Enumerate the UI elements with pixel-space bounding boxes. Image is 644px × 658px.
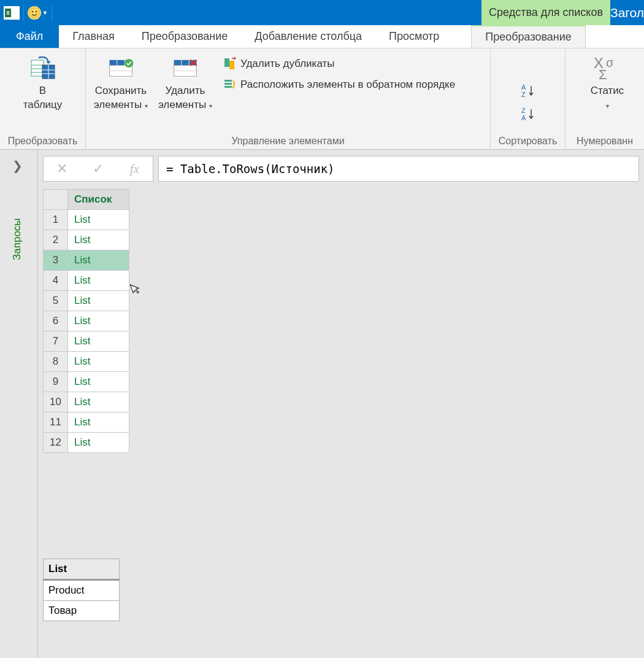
cell-value[interactable]: List bbox=[68, 291, 129, 311]
preview-row: Product bbox=[44, 580, 120, 601]
table-row[interactable]: 1List bbox=[44, 210, 129, 230]
row-number[interactable]: 2 bbox=[44, 230, 68, 250]
chevron-down-icon: ▾ bbox=[606, 103, 609, 109]
svg-point-16 bbox=[125, 59, 133, 68]
excel-icon: x bbox=[4, 6, 20, 20]
reverse-icon bbox=[223, 78, 237, 91]
tab-view[interactable]: Просмотр bbox=[375, 25, 453, 48]
remove-dup-label: Удалить дубликаты bbox=[240, 58, 335, 70]
svg-text:A: A bbox=[521, 83, 526, 91]
cell-value[interactable]: List bbox=[68, 392, 129, 412]
formula-accept-button[interactable]: ✓ bbox=[80, 157, 116, 181]
remove-items-button[interactable]: Удалитьэлементы ▾ bbox=[156, 52, 215, 112]
tab-transform[interactable]: Преобразование bbox=[128, 25, 242, 48]
row-number[interactable]: 4 bbox=[44, 271, 68, 291]
table-row[interactable]: 6List bbox=[44, 311, 129, 331]
remove-label-1: Удалить bbox=[166, 85, 205, 96]
body-area: ❯ Запросы ✕ ✓ fx = Table.ToRows(Источник… bbox=[0, 150, 644, 658]
to-table-label-1: В bbox=[39, 85, 46, 96]
svg-point-1 bbox=[32, 10, 34, 12]
cell-value[interactable]: List bbox=[68, 331, 129, 352]
grid-corner[interactable] bbox=[44, 190, 68, 210]
formula-bar-buttons: ✕ ✓ fx bbox=[43, 156, 153, 182]
table-row[interactable]: 4List bbox=[44, 271, 129, 291]
row-number[interactable]: 10 bbox=[44, 392, 68, 412]
formula-input[interactable]: = Table.ToRows(Источник) bbox=[158, 156, 639, 182]
svg-rect-25 bbox=[224, 83, 232, 85]
svg-text:A: A bbox=[521, 114, 526, 122]
tab-home[interactable]: Главная bbox=[59, 25, 128, 48]
cell-value[interactable]: List bbox=[68, 230, 129, 250]
group-label-manage: Управление элементами bbox=[86, 136, 490, 147]
svg-text:Z: Z bbox=[521, 91, 526, 98]
cell-value[interactable]: List bbox=[68, 433, 129, 453]
cell-value[interactable]: List bbox=[68, 271, 129, 291]
queries-pane-label: Запросы bbox=[11, 218, 23, 260]
row-number[interactable]: 3 bbox=[44, 250, 68, 271]
cell-value[interactable]: List bbox=[68, 311, 129, 331]
remove-duplicates-button[interactable]: Удалить дубликаты bbox=[220, 55, 459, 73]
separator bbox=[52, 5, 52, 21]
cell-value[interactable]: List bbox=[68, 352, 129, 372]
row-number[interactable]: 1 bbox=[44, 210, 68, 230]
row-number[interactable]: 7 bbox=[44, 331, 68, 352]
table-row[interactable]: 2List bbox=[44, 230, 129, 250]
window-title: Загол bbox=[605, 0, 644, 25]
row-number[interactable]: 9 bbox=[44, 372, 68, 392]
remove-dup-icon bbox=[223, 57, 237, 71]
cell-value[interactable]: List bbox=[68, 412, 129, 433]
svg-rect-24 bbox=[224, 80, 232, 82]
ribbon: Втаблицу Преобразовать Сох bbox=[0, 48, 644, 150]
column-header-list[interactable]: Список bbox=[68, 190, 129, 210]
formula-cancel-button[interactable]: ✕ bbox=[44, 157, 80, 181]
svg-text:Z: Z bbox=[521, 107, 526, 114]
cell-value[interactable]: List bbox=[68, 372, 129, 392]
svg-point-2 bbox=[36, 10, 37, 12]
sort-asc-button[interactable]: AZ bbox=[518, 81, 538, 101]
table-row[interactable]: 7List bbox=[44, 331, 129, 352]
expand-queries-button[interactable]: ❯ bbox=[12, 158, 23, 173]
svg-rect-3 bbox=[31, 60, 44, 76]
cell-value[interactable]: List bbox=[68, 210, 129, 230]
table-row[interactable]: 11List bbox=[44, 412, 129, 433]
svg-point-0 bbox=[29, 8, 39, 18]
data-grid: Список 1List2List3List4List5List6List7Li… bbox=[43, 189, 644, 453]
formula-fx-button[interactable]: fx bbox=[117, 157, 153, 181]
sort-desc-button[interactable]: ZA bbox=[518, 104, 538, 124]
tab-list-transform[interactable]: Преобразование bbox=[471, 25, 586, 48]
row-number[interactable]: 11 bbox=[44, 412, 68, 433]
remove-label-2: элементы bbox=[158, 99, 206, 110]
preview-panel: List ProductТовар bbox=[38, 559, 644, 658]
qat-dropdown-icon[interactable]: ▼ bbox=[42, 10, 48, 16]
reverse-label: Расположить элементы в обратном порядке bbox=[240, 79, 455, 91]
chevron-down-icon: ▾ bbox=[145, 103, 148, 109]
table-row[interactable]: 3List bbox=[44, 250, 129, 271]
reverse-items-button[interactable]: Расположить элементы в обратном порядке bbox=[220, 75, 459, 94]
table-row[interactable]: 8List bbox=[44, 352, 129, 372]
keep-label-2: элементы bbox=[94, 99, 142, 110]
queries-pane: ❯ Запросы bbox=[0, 150, 38, 658]
group-label-numeric: Нумерованн bbox=[565, 136, 644, 147]
row-number[interactable]: 6 bbox=[44, 311, 68, 331]
keep-items-button[interactable]: Сохранитьэлементы ▾ bbox=[91, 52, 151, 112]
to-table-label-2: таблицу bbox=[23, 99, 63, 110]
smiley-icon[interactable] bbox=[28, 6, 41, 20]
to-table-button[interactable]: Втаблицу bbox=[18, 52, 67, 112]
tab-strip: Файл Главная Преобразование Добавление с… bbox=[0, 25, 644, 48]
tab-add-column[interactable]: Добавление столбца bbox=[241, 25, 375, 48]
statistics-button[interactable]: ΧσΣ Статис▾ bbox=[583, 52, 632, 112]
table-row[interactable]: 9List bbox=[44, 372, 129, 392]
table-row[interactable]: 5List bbox=[44, 291, 129, 311]
row-number[interactable]: 8 bbox=[44, 352, 68, 372]
chevron-down-icon: ▾ bbox=[209, 103, 212, 109]
cell-value[interactable]: List bbox=[68, 250, 129, 271]
contextual-tab-header: Средства для списков bbox=[481, 0, 610, 25]
table-row[interactable]: 10List bbox=[44, 392, 129, 412]
title-bar: x ▼ Средства для списков Загол bbox=[0, 0, 644, 25]
separator bbox=[23, 5, 24, 21]
table-row[interactable]: 12List bbox=[44, 433, 129, 453]
row-number[interactable]: 12 bbox=[44, 433, 68, 453]
tab-file[interactable]: Файл bbox=[0, 25, 59, 48]
row-number[interactable]: 5 bbox=[44, 291, 68, 311]
main-area: ✕ ✓ fx = Table.ToRows(Источник) Список 1… bbox=[38, 150, 644, 658]
